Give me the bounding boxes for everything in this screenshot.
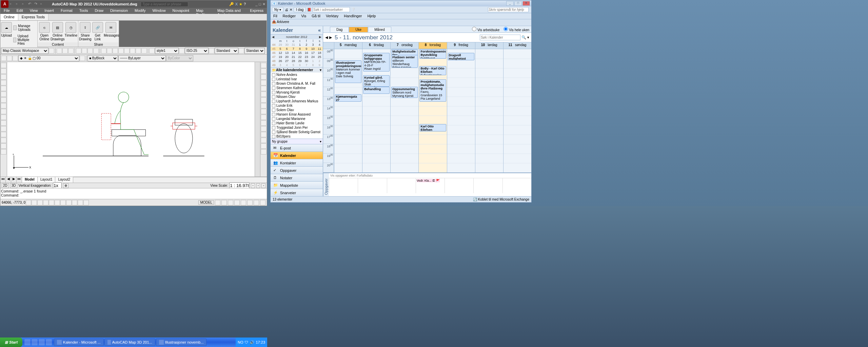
arkiver-label[interactable]: Arkivere xyxy=(277,20,289,24)
ltype-combo[interactable]: ─── ByLayer xyxy=(118,55,166,61)
menu-map-data-and-analysis[interactable]: Map Data and Analysis xyxy=(214,8,246,14)
mini-cal-day[interactable]: 7 xyxy=(290,47,297,51)
save-icon[interactable]: ▫ xyxy=(22,2,27,6)
calendar-item[interactable]: Brown Christina A. M. Fall xyxy=(271,81,323,86)
view-dag[interactable]: Dag xyxy=(330,27,349,32)
collapse-nav-icon[interactable]: « xyxy=(318,27,321,33)
messages[interactable]: ✉Messages xyxy=(104,21,118,37)
get-link[interactable]: 🔗Get Link xyxy=(92,21,104,41)
calendar-item[interactable]: Nilssen Olav xyxy=(271,95,323,99)
calendar-item[interactable]: Høier Bente Løvlie xyxy=(271,121,323,125)
delete-icon[interactable]: ✕ xyxy=(290,8,292,12)
trim-tool[interactable] xyxy=(261,115,267,120)
mini-cal-day[interactable]: 23 xyxy=(303,55,310,59)
prev-month-icon[interactable]: ◀ xyxy=(272,35,274,39)
menu-vis[interactable]: Vis xyxy=(298,13,309,19)
mini-cal-day[interactable]: 1 xyxy=(310,59,316,63)
task-cell[interactable] xyxy=(445,178,473,193)
task-cell[interactable] xyxy=(387,178,416,193)
ol-titlebar[interactable]: 📧 Kalender - Microsoft Outlook _ □ ✕ xyxy=(271,0,531,6)
mini-cal-day[interactable]: 18 xyxy=(316,51,323,55)
tb-ic[interactable] xyxy=(239,48,244,54)
menu-map-drafting[interactable]: Map Drafting xyxy=(193,8,214,14)
sb-ic[interactable] xyxy=(215,200,220,205)
calendar-item[interactable]: Langedal Marianne xyxy=(271,117,323,121)
mini-cal-day[interactable]: 29 xyxy=(277,43,283,47)
tb-ic[interactable] xyxy=(57,48,62,54)
online-drawings[interactable]: ▤Online Drawings xyxy=(51,21,65,41)
2d-toggle[interactable]: 2D xyxy=(2,183,9,188)
radio-hele-uken[interactable]: Vis hele uken xyxy=(504,27,529,32)
checkbox-icon[interactable] xyxy=(272,91,275,94)
nav-back-icon[interactable]: ◀ xyxy=(325,35,328,40)
zoom-ext[interactable]: ⊕ xyxy=(63,183,68,188)
checkbox-icon[interactable] xyxy=(272,78,275,81)
exchange-icon[interactable]: X xyxy=(235,2,238,6)
checkbox-icon[interactable] xyxy=(272,95,275,99)
workspace-combo[interactable]: Map Classic Workspace xyxy=(1,48,48,54)
rotate-tool[interactable] xyxy=(261,97,267,103)
mini-cal-day[interactable]: 1 xyxy=(297,43,303,47)
star-icon[interactable]: ★ xyxy=(239,2,242,6)
new-group[interactable]: Ny gruppe ▾ xyxy=(271,139,323,144)
ql-icon[interactable] xyxy=(32,339,38,345)
help-icon[interactable]: ? xyxy=(244,2,246,6)
start-button[interactable]: ⊞Start xyxy=(0,338,22,347)
nav-snarveier[interactable]: ⚡Snarveier xyxy=(271,189,323,196)
break-tool[interactable] xyxy=(261,126,267,131)
ribbon-tab-online[interactable]: Online xyxy=(0,14,18,20)
menu-window[interactable]: Window xyxy=(149,8,169,14)
day-header[interactable]: 6 tirsdag xyxy=(362,42,390,49)
menu-dimension[interactable]: Dimension xyxy=(107,8,131,14)
nav-fwd-icon[interactable]: ▶ xyxy=(329,35,332,40)
tray-icon[interactable]: 🔊 xyxy=(250,340,254,345)
3d-toggle[interactable]: 3D xyxy=(10,183,17,188)
menu-rediger[interactable]: Rediger xyxy=(280,13,299,19)
mini-cal-day[interactable]: 5 xyxy=(290,63,297,67)
day-header[interactable]: 10 lørdag xyxy=(475,42,503,49)
tb-ic[interactable] xyxy=(13,56,18,61)
ortho-toggle[interactable] xyxy=(37,200,43,205)
point-tool[interactable] xyxy=(1,109,6,114)
layer-combo[interactable]: ◆ ☀ 🔓 ▢ 00 xyxy=(18,55,79,61)
print-icon[interactable]: ▫ xyxy=(40,2,45,6)
checkbox-icon[interactable] xyxy=(272,130,275,134)
tb-ic[interactable] xyxy=(113,48,118,54)
mini-cal-day[interactable]: 8 xyxy=(310,63,316,67)
lweight-combo[interactable]: ByColor xyxy=(166,55,193,61)
menu-view[interactable]: View xyxy=(26,8,41,14)
task-cell[interactable] xyxy=(473,178,502,193)
join-tool[interactable] xyxy=(261,132,267,137)
spline-tool[interactable] xyxy=(1,91,6,97)
open-icon[interactable]: ▫ xyxy=(16,2,21,6)
menu-handlinger[interactable]: Handlinger xyxy=(341,13,364,19)
nav-mappeliste[interactable]: 📁Mappeliste xyxy=(271,181,323,189)
mini-cal-day[interactable]: 13 xyxy=(284,51,290,55)
extend-tool[interactable] xyxy=(261,120,267,126)
print-icon[interactable]: 🖨 xyxy=(285,8,288,12)
menu-hjelp[interactable]: Hjelp xyxy=(364,13,378,19)
sb-ic[interactable] xyxy=(228,200,233,205)
tray-icon[interactable]: 🛡 xyxy=(244,340,248,344)
tb-ic[interactable] xyxy=(76,48,81,54)
sb-ic[interactable] xyxy=(247,200,253,205)
appointment[interactable]: Kystad gård.Bytorget, Erling SkakKavli P… xyxy=(363,75,390,86)
menu-novapoint[interactable]: Novapoint xyxy=(169,8,193,14)
search-ab-icon[interactable]: 📕 xyxy=(307,8,311,12)
menu-tools[interactable]: Tools xyxy=(76,8,92,14)
snap-toggle[interactable] xyxy=(26,200,31,205)
mini-cal-day[interactable]: 30 xyxy=(303,59,310,63)
ql-icon[interactable] xyxy=(46,339,52,345)
arc-tool[interactable] xyxy=(1,74,6,80)
menu-insert[interactable]: Insert xyxy=(41,8,57,14)
command-line[interactable]: Command: _.erase 1 found Command: xyxy=(0,188,267,199)
tab-nav-next[interactable]: ▶ xyxy=(11,177,17,183)
pline-tool[interactable] xyxy=(1,68,6,74)
hatch-tool[interactable] xyxy=(1,103,6,108)
day-column[interactable] xyxy=(475,49,503,172)
vertical-scrollbar[interactable] xyxy=(255,62,260,177)
table-tool[interactable] xyxy=(1,120,6,126)
vs-ic[interactable]: ▫ xyxy=(261,183,265,188)
tb-ic[interactable] xyxy=(124,48,130,54)
checkbox-icon[interactable] xyxy=(272,82,275,85)
